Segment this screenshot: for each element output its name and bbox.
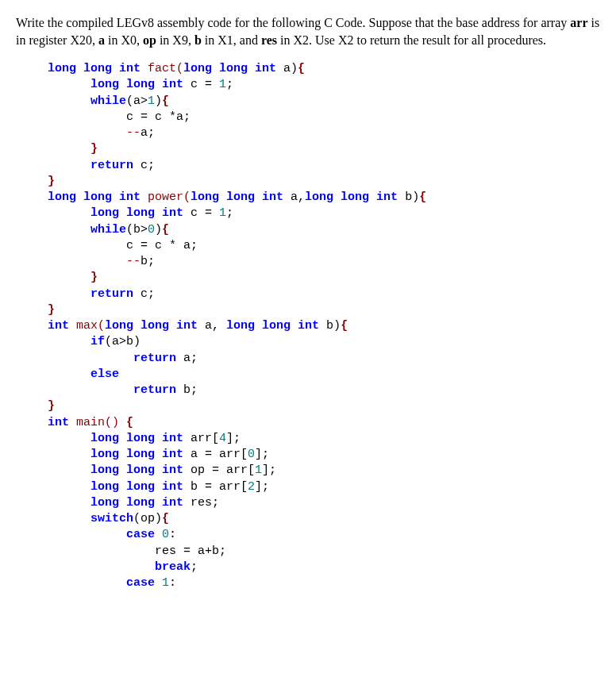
code-token: ]; [262,464,276,477]
code-token: while [90,94,126,108]
code-token: a; [176,352,198,365]
code-token: power( [141,190,191,204]
code-token: ; [191,560,198,574]
code-token: long long int [105,319,198,333]
prompt-text: in X9, [156,33,194,47]
code-token: { [341,319,348,333]
code-token: max( [69,319,105,333]
code-token: : [169,576,176,590]
code-token: b; [176,383,198,397]
code-token: c = [183,206,219,220]
code-token: b) [398,190,419,204]
code-token: b) [319,319,341,333]
code-token: a; [141,126,155,140]
code-token: { [162,94,169,108]
code-token: 0 [248,448,255,461]
code-token: int [48,319,69,333]
code-token: main() [69,416,126,429]
code-token: : [169,528,176,541]
code-token: else [90,367,119,381]
prompt-text: Write the compiled LEGv8 assembly code f… [16,16,570,29]
code-token: 0 [148,223,155,237]
code-token: ) [155,94,162,108]
code-token: case [126,528,155,541]
code-token: return [90,159,133,172]
code-token: } [48,175,55,188]
code-token: b; [141,255,155,268]
prompt-op: op [143,33,156,47]
code-token: 1 [219,206,226,220]
code-token: (a> [126,94,148,108]
code-token: (op) [133,512,162,525]
code-token: return [90,287,133,301]
code-token: ]; [226,432,241,445]
code-token: res = a+b; [155,544,226,558]
code-token: long long int [90,206,183,220]
code-token: long long int [90,480,183,494]
code-token: 1 [148,94,155,108]
code-,від-token: 1 [255,464,262,477]
prompt-text: in X2. Use X2 to return the result for a… [277,33,546,47]
code-token: a, [198,319,226,333]
code-token: ) [155,223,162,237]
code-token: 4 [219,432,226,445]
code-token: c; [133,159,155,172]
code-token: long long int [183,62,276,75]
code-token: arr[ [183,432,219,445]
code-token: ]; [255,448,269,461]
code-token: { [298,62,305,75]
code-token: if [90,335,105,348]
code-token: c = c *a; [126,110,191,124]
code-token: { [162,512,169,525]
code-token: a) [276,62,298,75]
code-token: } [48,303,55,317]
code-token: while [90,223,126,237]
code-token: long long int [90,432,183,445]
code-token: } [90,142,98,156]
code-token: (b> [126,223,148,237]
code-token [155,528,162,541]
code-token: long long int [48,190,141,204]
code-token: } [90,271,98,284]
code-token: { [162,223,169,237]
code-token: switch [90,512,133,525]
code-token: -- [126,255,141,268]
code-token: long long int [90,448,183,461]
code-token: long long int [48,62,141,75]
code-token: 0 [162,528,169,541]
prompt-text: in X1, and [202,33,261,47]
code-token: (a>b) [105,335,141,348]
code-token: ; [226,78,233,91]
code-token: c; [133,287,155,301]
code-token: long long int [90,464,183,477]
code-token: int [48,416,69,429]
code-token: 2 [248,480,255,494]
prompt-res: res [261,33,277,47]
code-token: long long int [90,78,183,91]
code-token: ]; [255,480,269,494]
code-token: fact( [141,62,183,75]
code-token: a = arr[ [183,448,248,461]
code-token: long long int [226,319,319,333]
code-token: b = arr[ [183,480,248,494]
code-token: break [155,560,191,574]
code-token: ; [226,206,233,220]
code-token: { [419,190,426,204]
prompt-a: a [98,33,105,47]
code-token: 1 [162,576,169,590]
code-token: 1 [219,78,226,91]
code-token: return [133,383,176,397]
code-token [155,576,162,590]
code-block: long long int fact(long long int a){ lon… [48,61,600,591]
prompt-text: in X0, [105,33,143,47]
code-token: { [126,416,133,429]
code-token: case [126,576,155,590]
code-token: return [133,352,176,365]
code-token: res; [183,496,219,510]
code-token: } [48,399,55,413]
code-token: -- [126,126,141,140]
code-token: c = [183,78,219,91]
prompt-b: b [194,33,202,47]
code-token: c = c * a; [126,239,198,252]
prompt-arr: arr [570,16,587,29]
